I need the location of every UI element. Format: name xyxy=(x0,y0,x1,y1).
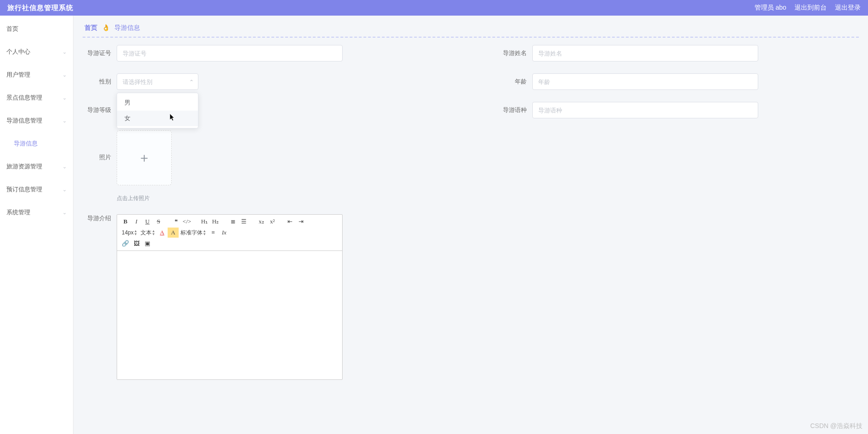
sidebar-item-label: 系统管理 xyxy=(6,208,30,217)
text-type-select[interactable]: 文本 ▴▾ xyxy=(139,228,157,238)
sidebar-item-label: 导游信息 xyxy=(14,139,38,148)
gender-select[interactable]: ⌄ 男 女 xyxy=(117,73,198,90)
sidebar-item-booking[interactable]: 预订信息管理 ⌄ xyxy=(0,178,73,201)
breadcrumb-current: 导游信息 xyxy=(114,24,140,31)
sidebar-item-label: 景点信息管理 xyxy=(6,94,42,102)
chevron-down-icon: ⌄ xyxy=(62,187,67,193)
chevron-down-icon: ⌄ xyxy=(62,72,67,78)
sidebar-item-label: 用户管理 xyxy=(6,71,30,79)
label-guide-name: 导游姓名 xyxy=(498,49,527,57)
sidebar-item-label: 旅游资源管理 xyxy=(6,162,42,171)
sidebar-item-guides[interactable]: 导游信息管理 ⌄ xyxy=(0,109,73,132)
indent-icon[interactable]: ⇥ xyxy=(295,217,306,227)
font-size-select[interactable]: 14px ▴▾ xyxy=(120,228,139,238)
editor-toolbar: B I U S ❝ </> H₁ H₂ ≣ ☰ xyxy=(117,215,342,251)
superscript-icon[interactable]: x² xyxy=(267,217,278,227)
font-color-icon[interactable]: A xyxy=(157,228,168,238)
logout-link[interactable]: 退出登录 xyxy=(835,4,861,12)
main-content: 首页 👌 导游信息 导游证号 导游姓名 性别 ⌄ 男 xyxy=(73,16,868,434)
ul-icon[interactable]: ☰ xyxy=(238,217,249,227)
separator-icon xyxy=(249,217,256,227)
label-intro: 导游介绍 xyxy=(83,214,111,223)
font-family-select[interactable]: 标准字体 ▴▾ xyxy=(179,228,208,238)
outdent-icon[interactable]: ⇤ xyxy=(284,217,295,227)
sidebar-item-profile[interactable]: 个人中心 ⌄ xyxy=(0,40,73,63)
label-level: 导游等级 xyxy=(83,106,111,114)
chevron-down-icon: ⌄ xyxy=(62,95,67,101)
font-size-value: 14px xyxy=(122,229,134,236)
align-icon[interactable]: ≡ xyxy=(208,228,219,238)
label-age: 年龄 xyxy=(498,78,527,86)
sidebar-item-label: 预订信息管理 xyxy=(6,185,42,194)
label-gender: 性别 xyxy=(83,78,111,86)
sidebar-item-guide-info[interactable]: 导游信息 xyxy=(0,132,73,155)
chevron-down-icon: ⌄ xyxy=(62,118,67,124)
sidebar: 首页 个人中心 ⌄ 用户管理 ⌄ 景点信息管理 ⌄ 导游信息管理 ⌄ 导游信息 … xyxy=(0,16,73,434)
bold-icon[interactable]: B xyxy=(120,217,131,227)
breadcrumb-home[interactable]: 首页 xyxy=(85,24,97,31)
sidebar-item-resources[interactable]: 旅游资源管理 ⌄ xyxy=(0,155,73,178)
sort-icon: ▴▾ xyxy=(135,229,137,236)
font-family-value: 标准字体 xyxy=(180,229,203,237)
sidebar-item-spots[interactable]: 景点信息管理 ⌄ xyxy=(0,86,73,109)
top-bar: 旅行社信息管理系统 管理员 abo 退出到前台 退出登录 xyxy=(0,0,868,16)
separator-icon xyxy=(192,217,199,227)
chevron-down-icon: ⌄ xyxy=(62,210,67,216)
brand-title: 旅行社信息管理系统 xyxy=(7,4,73,12)
sidebar-item-label: 首页 xyxy=(6,25,18,33)
label-photo: 照片 xyxy=(83,153,111,161)
separator-icon xyxy=(278,217,284,227)
italic-icon[interactable]: I xyxy=(131,217,142,227)
breadcrumb-icon: 👌 xyxy=(102,24,110,31)
label-language: 导游语种 xyxy=(498,106,527,114)
chevron-up-icon: ⌄ xyxy=(189,78,194,85)
code-icon[interactable]: </> xyxy=(181,217,192,227)
language-input[interactable] xyxy=(532,102,758,118)
quote-icon[interactable]: ❝ xyxy=(170,217,181,227)
rich-editor: B I U S ❝ </> H₁ H₂ ≣ ☰ xyxy=(117,214,343,380)
link-icon[interactable]: 🔗 xyxy=(120,239,131,249)
separator-icon xyxy=(221,217,227,227)
editor-body[interactable] xyxy=(117,251,342,379)
chevron-down-icon: ⌄ xyxy=(62,164,67,170)
h2-icon[interactable]: H₂ xyxy=(210,217,221,227)
video-icon[interactable]: ▣ xyxy=(142,239,153,249)
admin-label[interactable]: 管理员 abo xyxy=(755,4,786,12)
plus-icon: ＋ xyxy=(138,149,151,167)
sidebar-item-system[interactable]: 系统管理 ⌄ xyxy=(0,201,73,224)
sidebar-item-home[interactable]: 首页 xyxy=(0,17,73,40)
age-input[interactable] xyxy=(532,73,758,90)
gender-option-female[interactable]: 女 xyxy=(117,111,198,126)
sort-icon: ▴▾ xyxy=(203,229,206,236)
image-icon[interactable]: 🖼 xyxy=(131,239,142,249)
guide-name-input[interactable] xyxy=(532,45,758,61)
clear-format-icon[interactable]: Ix xyxy=(219,228,230,238)
sort-icon: ▴▾ xyxy=(152,229,155,236)
ol-icon[interactable]: ≣ xyxy=(227,217,238,227)
highlight-icon[interactable]: A xyxy=(168,228,179,238)
h1-icon[interactable]: H₁ xyxy=(199,217,210,227)
breadcrumb: 首页 👌 导游信息 xyxy=(83,21,859,38)
sidebar-item-label: 个人中心 xyxy=(6,48,30,56)
label-guide-id: 导游证号 xyxy=(83,49,111,57)
sidebar-item-label: 导游信息管理 xyxy=(6,117,42,125)
photo-upload[interactable]: ＋ xyxy=(117,130,172,185)
underline-icon[interactable]: U xyxy=(142,217,153,227)
gender-select-display[interactable] xyxy=(117,73,198,90)
photo-upload-hint: 点击上传照片 xyxy=(117,195,150,202)
gender-dropdown: 男 女 xyxy=(117,93,198,128)
subscript-icon[interactable]: x₂ xyxy=(256,217,267,227)
strike-icon[interactable]: S xyxy=(153,217,164,227)
cursor-icon xyxy=(170,114,175,121)
exit-front-link[interactable]: 退出到前台 xyxy=(795,4,827,12)
sidebar-item-users[interactable]: 用户管理 ⌄ xyxy=(0,63,73,86)
separator-icon xyxy=(164,217,170,227)
guide-id-input[interactable] xyxy=(117,45,343,61)
chevron-down-icon: ⌄ xyxy=(62,49,67,55)
text-type-value: 文本 xyxy=(141,229,152,237)
gender-option-male[interactable]: 男 xyxy=(117,95,198,111)
